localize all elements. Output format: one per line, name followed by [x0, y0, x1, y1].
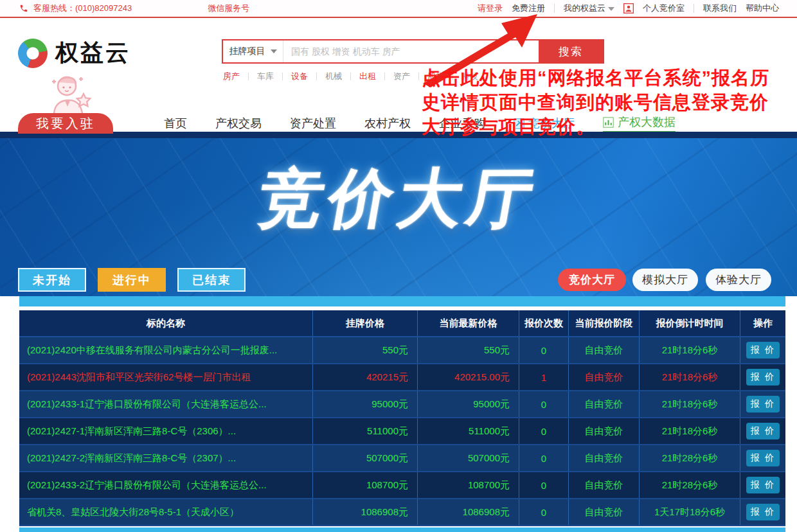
bid-stage: 自由竞价 [569, 499, 640, 525]
join-us-button[interactable]: 我要入驻 [18, 113, 113, 134]
current-price: 550元 [418, 337, 519, 363]
bid-stage: 自由竞价 [569, 364, 640, 390]
nav-rural-property[interactable]: 农村产权 [364, 116, 411, 131]
table-row: (2021)2443沈阳市和平区光荣街62号楼一层门市出租 420215元 42… [19, 364, 785, 391]
current-price: 108700元 [418, 472, 519, 498]
hotlink[interactable]: 房产 [223, 71, 240, 82]
lot-name[interactable]: (2021)2420中移在线服务有限公司内蒙古分公司一批报废... [19, 337, 313, 363]
personal-bid-room-link[interactable]: 个人竞价室 [643, 3, 685, 14]
table-row: (2021)2427-2浑南新区浑南三路8-C号（2307）... 507000… [19, 445, 785, 472]
bid-button[interactable]: 报 价 [746, 396, 780, 412]
lot-name[interactable]: (2021)2427-2浑南新区浑南三路8-C号（2307）... [19, 445, 313, 471]
search-input[interactable] [283, 40, 539, 62]
bid-stage: 自由竞价 [569, 391, 640, 417]
search-button[interactable]: 搜索 [539, 40, 603, 62]
search-bar: 挂牌项目 搜索 [222, 39, 604, 64]
list-price: 1086908元 [313, 499, 418, 525]
bid-button[interactable]: 报 价 [746, 450, 780, 466]
my-account-menu[interactable]: 我的权益云 [564, 3, 614, 14]
bid-count: 0 [519, 445, 569, 471]
countdown: 1天17时18分6秒 [640, 499, 740, 525]
chevron-down-icon [271, 49, 277, 53]
divider [418, 73, 419, 80]
bid-count: 0 [519, 337, 569, 363]
col-header-bid-count: 报价次数 [519, 310, 569, 336]
table-row: 省机关8、皇姑区北陵大街28号8-5-1（天成小区） 1086908元 1086… [19, 499, 785, 526]
tutorial-annotation-text: 点击此处使用“网络报名平台系统”报名历史详情页面中查询到的账号信息登录竞价大厅参… [422, 66, 782, 139]
divider [554, 4, 555, 13]
bid-stage: 自由竞价 [569, 472, 640, 498]
bid-button[interactable]: 报 价 [746, 504, 780, 520]
current-price: 95000元 [418, 391, 519, 417]
lot-name[interactable]: (2021)2433-2辽宁港口股份有限公司（大连港客运总公... [19, 472, 313, 498]
mascot-illustration [37, 73, 99, 118]
lot-name[interactable]: (2021)2443沈阳市和平区光荣街62号楼一层门市出租 [19, 364, 313, 390]
search-category-dropdown[interactable]: 挂牌项目 [223, 40, 283, 62]
countdown: 21时18分6秒 [640, 364, 740, 390]
divider [350, 73, 351, 80]
col-header-name: 标的名称 [19, 310, 313, 336]
divider [248, 73, 249, 80]
countdown: 21时28分6秒 [640, 445, 740, 471]
banner-title: 竞价大厅 [0, 156, 797, 243]
bid-count: 0 [519, 472, 569, 498]
hotlink[interactable]: 出租 [359, 71, 376, 82]
topbar: 客服热线：(010)82097243 微信服务号 请登录 免费注册 我的权益云 … [0, 0, 797, 18]
phone-icon [19, 4, 28, 13]
lot-name[interactable]: (2021)2427-1浑南新区浑南三路8-C号（2306）... [19, 418, 313, 444]
topbar-left: 客服热线：(010)82097243 微信服务号 [19, 3, 249, 14]
bid-count: 0 [519, 391, 569, 417]
tab-ended[interactable]: 已结束 [177, 268, 246, 292]
help-link[interactable]: 帮助中心 [746, 3, 779, 14]
bid-stage: 自由竞价 [569, 337, 640, 363]
user-icon [623, 3, 634, 13]
hotlink[interactable]: 设备 [291, 71, 308, 82]
col-header-list-price: 挂牌价格 [313, 310, 418, 336]
table-row: (2021)2433-1辽宁港口股份有限公司（大连港客运总公... 95000元… [19, 391, 785, 418]
nav-home[interactable]: 首页 [164, 116, 187, 131]
table-row: (2021)2427-1浑南新区浑南三路8-C号（2306）... 511000… [19, 418, 785, 445]
bid-count: 1 [519, 364, 569, 390]
nav-asset-disposal[interactable]: 资产处置 [290, 116, 336, 131]
col-header-current-price: 当前最新价格 [418, 310, 519, 336]
table-header-row: 标的名称 挂牌价格 当前最新价格 报价次数 当前报价阶段 报价倒计时时间 操作 [19, 310, 785, 337]
current-price: 507000元 [418, 445, 519, 471]
lot-name[interactable]: (2021)2433-1辽宁港口股份有限公司（大连港客运总公... [19, 391, 313, 417]
login-link[interactable]: 请登录 [478, 3, 503, 14]
current-price: 1086908元 [418, 499, 519, 525]
wechat-link[interactable]: 微信服务号 [208, 3, 249, 14]
bid-button[interactable]: 报 价 [746, 423, 780, 439]
button-trial-hall[interactable]: 体验大厅 [706, 269, 771, 291]
button-bidding-hall[interactable]: 竞价大厅 [558, 269, 626, 291]
filter-row: 未开始 进行中 已结束 竞价大厅 模拟大厅 体验大厅 [0, 268, 797, 294]
logo-swirl-icon [18, 39, 48, 68]
col-header-countdown: 报价倒计时时间 [640, 310, 740, 336]
tab-in-progress[interactable]: 进行中 [98, 268, 166, 292]
hotlink[interactable]: 资产 [393, 71, 410, 82]
register-link[interactable]: 免费注册 [512, 3, 545, 14]
nav-property-trade[interactable]: 产权交易 [215, 116, 262, 131]
list-price: 511000元 [313, 418, 418, 444]
bid-button[interactable]: 报 价 [746, 369, 780, 386]
countdown: 21时18分6秒 [640, 391, 740, 417]
logo-text: 权益云 [55, 37, 130, 69]
hotlink[interactable]: 机械 [325, 71, 342, 82]
table-row: (2021)2420中移在线服务有限公司内蒙古分公司一批报废... 550元 5… [19, 337, 785, 364]
divider [694, 4, 694, 13]
lot-name[interactable]: 省机关8、皇姑区北陵大街28号8-5-1（天成小区） [19, 499, 313, 525]
col-header-action: 操作 [740, 310, 785, 336]
bid-count: 0 [519, 418, 569, 444]
logo[interactable]: 权益云 [18, 37, 130, 69]
countdown: 21时28分6秒 [640, 472, 740, 498]
bidding-table: 标的名称 挂牌价格 当前最新价格 报价次数 当前报价阶段 报价倒计时时间 操作 … [19, 310, 785, 526]
tab-not-started[interactable]: 未开始 [18, 268, 86, 292]
bid-button[interactable]: 报 价 [746, 342, 780, 359]
button-simulation-hall[interactable]: 模拟大厅 [632, 269, 698, 291]
divider [282, 73, 283, 80]
hotlink[interactable]: 车库 [257, 71, 274, 82]
bid-button[interactable]: 报 价 [746, 477, 780, 493]
contact-link[interactable]: 联系我们 [703, 3, 737, 14]
countdown: 21时18分6秒 [640, 418, 740, 444]
table-bottom-bar [19, 528, 785, 532]
chevron-down-icon [608, 7, 614, 11]
